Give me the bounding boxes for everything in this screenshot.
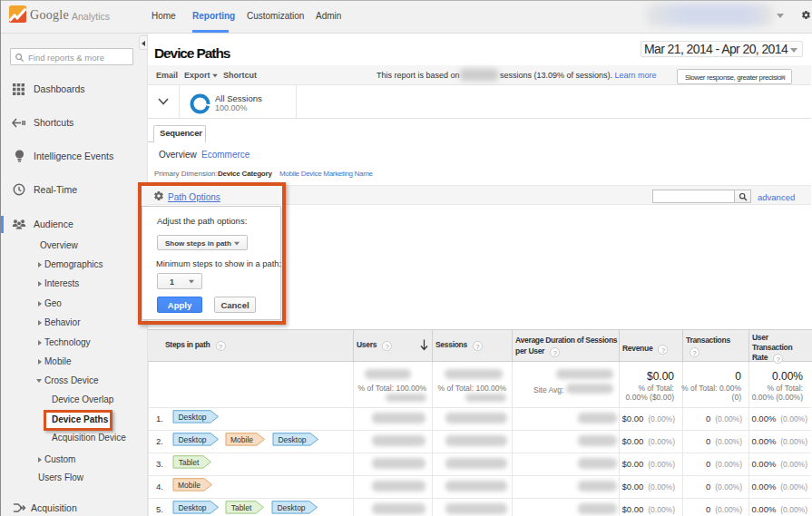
svg-text:Tablet: Tablet <box>179 458 200 467</box>
svg-text:Desktop: Desktop <box>277 503 305 512</box>
svg-text:Mobile: Mobile <box>178 481 201 490</box>
svg-text:Mobile: Mobile <box>230 435 253 444</box>
svg-text:Desktop: Desktop <box>178 413 206 422</box>
svg-text:Desktop: Desktop <box>178 435 206 444</box>
svg-text:Desktop: Desktop <box>178 503 206 512</box>
svg-text:Desktop: Desktop <box>278 435 306 444</box>
svg-text:Tablet: Tablet <box>231 503 252 512</box>
